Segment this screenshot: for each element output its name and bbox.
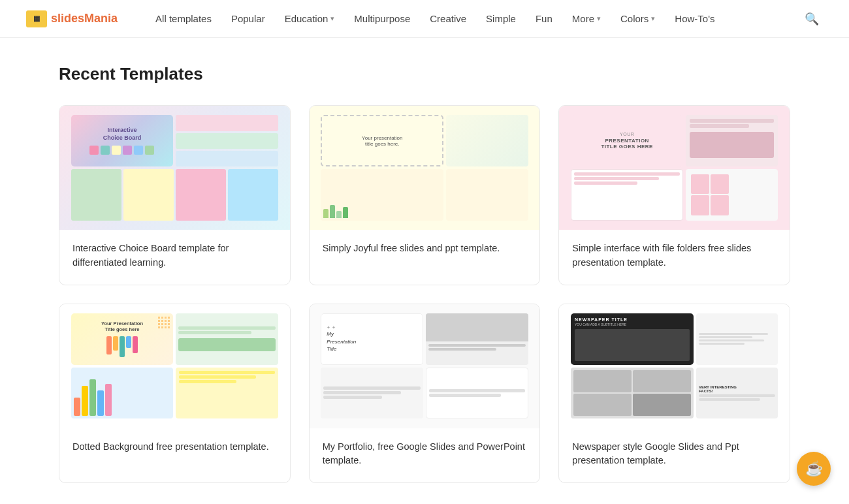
template-card-2[interactable]: Your presentationtitle goes here. (309, 105, 541, 285)
nav-links: All templates Popular Education ▾ Multip… (146, 9, 798, 28)
template-info-3: Simple interface with file folders free … (559, 230, 790, 285)
education-chevron-icon: ▾ (330, 14, 334, 23)
template-thumb-1: InteractiveChoice Board (59, 106, 290, 230)
template-thumb-4: Your PresentationTitle goes here (59, 304, 290, 428)
template-info-5: My Portfolio, free Google Slides and Pow… (310, 428, 540, 483)
logo[interactable]: ▦ slidesMania (26, 10, 118, 27)
coffee-button[interactable]: ☕ (797, 452, 831, 486)
template-card-4[interactable]: Your PresentationTitle goes here (59, 304, 291, 484)
colors-chevron-icon: ▾ (651, 14, 655, 23)
coffee-icon: ☕ (805, 460, 823, 477)
template-card-6[interactable]: NEWSPAPER TITLE YOU CAN ADD A SUBTITLE H… (558, 304, 790, 484)
template-title-4: Dotted Background free presentation temp… (72, 440, 277, 454)
more-chevron-icon: ▾ (597, 14, 601, 23)
nav-multipurpose[interactable]: Multipurpose (345, 9, 419, 28)
template-title-1: Interactive Choice Board template for di… (72, 242, 277, 270)
nav-simple[interactable]: Simple (477, 9, 525, 28)
nav-fun[interactable]: Fun (526, 9, 562, 28)
template-title-5: My Portfolio, free Google Slides and Pow… (323, 440, 527, 469)
nav-creative[interactable]: Creative (421, 9, 475, 28)
logo-icon: ▦ (26, 10, 47, 27)
template-title-2: Simply Joyful free slides and ppt templa… (323, 242, 527, 256)
template-card-5[interactable]: ✦ ✦ MyPresentationTitle (309, 304, 541, 484)
template-title-3: Simple interface with file folders free … (572, 242, 777, 270)
template-thumb-6: NEWSPAPER TITLE YOU CAN ADD A SUBTITLE H… (559, 304, 790, 428)
navbar: ▦ slidesMania All templates Popular Educ… (0, 0, 849, 38)
nav-how-tos[interactable]: How-To's (665, 9, 724, 28)
search-icon: 🔍 (805, 12, 819, 26)
template-thumb-3: YOUR PRESENTATIONTITLE GOES HERE (559, 106, 790, 230)
template-thumb-5: ✦ ✦ MyPresentationTitle (310, 304, 540, 428)
template-thumb-2: Your presentationtitle goes here. (310, 106, 540, 230)
section-title: Recent Templates (59, 64, 790, 84)
search-button[interactable]: 🔍 (801, 8, 823, 30)
template-info-4: Dotted Background free presentation temp… (59, 428, 290, 469)
nav-all-templates[interactable]: All templates (146, 9, 221, 28)
nav-more[interactable]: More ▾ (563, 9, 610, 28)
template-info-1: Interactive Choice Board template for di… (59, 230, 290, 285)
template-info-2: Simply Joyful free slides and ppt templa… (310, 230, 540, 270)
nav-colors[interactable]: Colors ▾ (611, 9, 664, 28)
logo-text: slidesMania (51, 12, 118, 25)
nav-popular[interactable]: Popular (222, 9, 274, 28)
template-info-6: Newspaper style Google Slides and Ppt pr… (559, 428, 790, 483)
nav-education[interactable]: Education ▾ (276, 9, 344, 28)
templates-grid: InteractiveChoice Board (59, 105, 790, 483)
template-title-6: Newspaper style Google Slides and Ppt pr… (572, 440, 777, 469)
template-card-3[interactable]: YOUR PRESENTATIONTITLE GOES HERE (558, 105, 790, 285)
template-card-1[interactable]: InteractiveChoice Board (59, 105, 291, 285)
main-content: Recent Templates InteractiveChoice Board (33, 38, 816, 504)
